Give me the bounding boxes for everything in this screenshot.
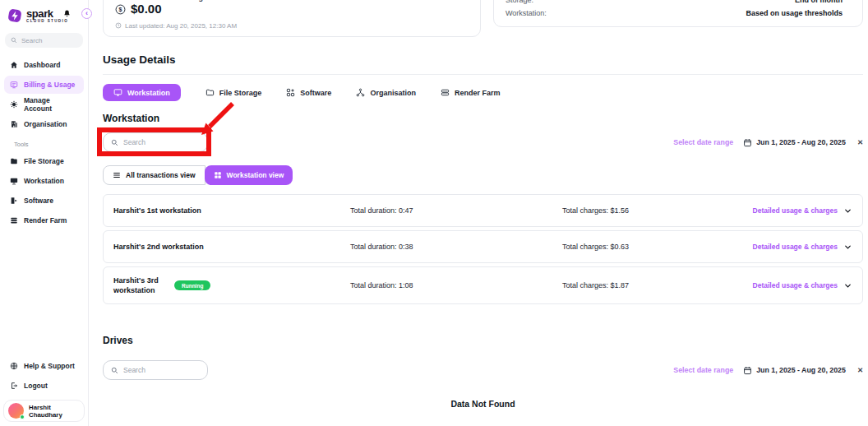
sidebar-item-label: Help & Support xyxy=(24,362,75,370)
sidebar: spark CLOUD STUDIO ‹ Dashboard Billing &… xyxy=(0,0,89,426)
last-updated-text: Last updated: Aug 20, 2025, 12:30 AM xyxy=(125,22,237,30)
sidebar-search-input[interactable] xyxy=(21,37,79,44)
sidebar-item-label: Software xyxy=(24,197,53,205)
org-chart-icon xyxy=(356,88,365,97)
chevron-down-icon xyxy=(843,206,852,215)
view-button-label: All transactions view xyxy=(126,171,196,179)
sidebar-item-logout[interactable]: Logout xyxy=(2,377,85,395)
sidebar-item-billing-usage[interactable]: Billing & Usage xyxy=(4,76,84,94)
calendar-icon xyxy=(743,366,752,375)
detailed-usage-label: Detailed usage & charges xyxy=(753,243,838,251)
sidebar-nav: Dashboard Billing & Usage Manage Account… xyxy=(0,48,88,229)
tab-workstation[interactable]: Workstation xyxy=(103,84,181,101)
workstation-search-input[interactable] xyxy=(123,138,197,146)
running-status-badge: Running xyxy=(174,280,210,290)
sidebar-collapse-button[interactable]: ‹ xyxy=(81,8,92,19)
tab-label: Organisation xyxy=(370,89,416,97)
total-duration: Total duration: 0:38 xyxy=(350,243,562,251)
total-charges: Total charges: $0.63 xyxy=(562,243,753,251)
billing-cycle-card: Storage: End of month Workstation: Based… xyxy=(493,0,863,27)
software-icon xyxy=(10,197,18,205)
date-range-chip[interactable]: Jun 1, 2025 - Aug 20, 2025 xyxy=(743,138,846,147)
sidebar-search[interactable] xyxy=(5,33,83,48)
tab-label: Workstation xyxy=(127,89,170,97)
balance-last-updated: Last updated: Aug 20, 2025, 12:30 AM xyxy=(115,22,469,30)
sidebar-item-label: Logout xyxy=(24,382,48,390)
detailed-usage-link[interactable]: Detailed usage & charges xyxy=(753,281,852,290)
calendar-icon xyxy=(743,138,752,147)
billing-row-value: End of month xyxy=(795,0,843,4)
detailed-usage-link[interactable]: Detailed usage & charges xyxy=(753,206,852,215)
sidebar-item-software[interactable]: Software xyxy=(4,192,84,210)
folder-icon xyxy=(205,88,215,97)
clear-date-range-icon[interactable]: ✕ xyxy=(857,138,863,146)
select-date-range-link[interactable]: Select date range xyxy=(673,138,733,146)
home-icon xyxy=(10,61,18,69)
user-profile-card[interactable]: Harshit Chaudhary xyxy=(3,400,85,422)
user-name: Harshit Chaudhary xyxy=(29,404,80,419)
tab-render-farm[interactable]: Render Farm xyxy=(441,88,501,97)
chevron-down-icon xyxy=(843,243,852,252)
tab-label: Software xyxy=(300,89,331,97)
sidebar-item-label: Dashboard xyxy=(24,61,60,69)
sidebar-item-label: Billing & Usage xyxy=(24,81,75,89)
sidebar-item-render-farm[interactable]: Render Farm xyxy=(4,211,84,229)
billing-icon xyxy=(10,81,18,89)
total-charges: Total charges: $1.56 xyxy=(562,206,753,215)
workstation-name: Harshit's 3rd workstation xyxy=(113,276,166,295)
tab-label: Render Farm xyxy=(455,89,501,97)
sidebar-item-file-storage[interactable]: File Storage xyxy=(4,152,84,170)
billing-row-storage: Storage: End of month xyxy=(506,0,843,4)
all-transactions-view-button[interactable]: All transactions view xyxy=(103,165,205,185)
sidebar-item-label: Manage Account xyxy=(24,96,78,113)
date-range-chip[interactable]: Jun 1, 2025 - Aug 20, 2025 xyxy=(743,366,846,375)
detailed-usage-label: Detailed usage & charges xyxy=(753,206,838,215)
view-button-label: Workstation view xyxy=(227,171,284,179)
billing-row-label: Storage: xyxy=(506,0,533,4)
clear-date-range-icon[interactable]: ✕ xyxy=(857,366,863,374)
sidebar-footer: Help & Support Logout Harshit Chaudhary xyxy=(0,357,88,424)
sidebar-item-label: File Storage xyxy=(24,157,64,165)
sidebar-item-dashboard[interactable]: Dashboard xyxy=(4,56,84,74)
server-stack-icon xyxy=(10,216,18,225)
sidebar-item-manage-account[interactable]: Manage Account xyxy=(4,95,84,113)
workstation-view-button[interactable]: Workstation view xyxy=(205,165,293,185)
sidebar-item-workstation[interactable]: Workstation xyxy=(4,172,84,190)
sidebar-item-label: Organisation xyxy=(24,120,67,128)
detailed-usage-label: Detailed usage & charges xyxy=(753,281,838,289)
workstation-search[interactable] xyxy=(103,132,208,152)
billing-row-label: Workstation: xyxy=(506,9,547,17)
clock-icon xyxy=(115,22,122,29)
bell-icon[interactable] xyxy=(62,9,72,18)
tab-software[interactable]: Software xyxy=(286,88,331,97)
folder-icon xyxy=(10,157,18,165)
sidebar-item-help-support[interactable]: Help & Support xyxy=(2,357,85,375)
sidebar-item-label: Render Farm xyxy=(24,216,67,225)
grid-plus-icon xyxy=(286,88,295,97)
view-toggle: All transactions view Workstation view xyxy=(103,165,293,185)
sidebar-item-label: Workstation xyxy=(24,177,64,185)
tools-section-label: Tools xyxy=(14,141,84,148)
total-charges: Total charges: $1.87 xyxy=(562,281,753,289)
tab-file-storage[interactable]: File Storage xyxy=(205,88,262,97)
monitor-icon xyxy=(113,88,122,97)
sidebar-item-organisation[interactable]: Organisation xyxy=(4,115,84,133)
drives-search-input[interactable] xyxy=(123,366,197,374)
avatar xyxy=(8,403,24,419)
select-date-range-link[interactable]: Select date range xyxy=(673,366,733,374)
outstanding-balance-card: $ Current Outstanding Balance $0.00 Last… xyxy=(103,0,481,37)
drives-section-title: Drives xyxy=(103,335,863,346)
tab-organisation[interactable]: Organisation xyxy=(356,88,416,97)
drives-search[interactable] xyxy=(103,360,208,380)
workstation-row: Harshit's 1st workstation Total duration… xyxy=(103,194,863,227)
workstation-section-title: Workstation xyxy=(103,113,863,124)
tab-label: File Storage xyxy=(219,89,262,97)
grid-icon xyxy=(214,171,222,179)
dollar-circle-icon: $ xyxy=(115,4,126,15)
detailed-usage-link[interactable]: Detailed usage & charges xyxy=(753,243,852,252)
usage-tabs: Workstation File Storage Software Organi… xyxy=(103,84,863,101)
svg-text:$: $ xyxy=(119,6,122,12)
billing-row-value: Based on usage thresholds xyxy=(746,9,843,17)
list-icon xyxy=(113,171,121,179)
balance-amount: $0.00 xyxy=(131,2,233,16)
